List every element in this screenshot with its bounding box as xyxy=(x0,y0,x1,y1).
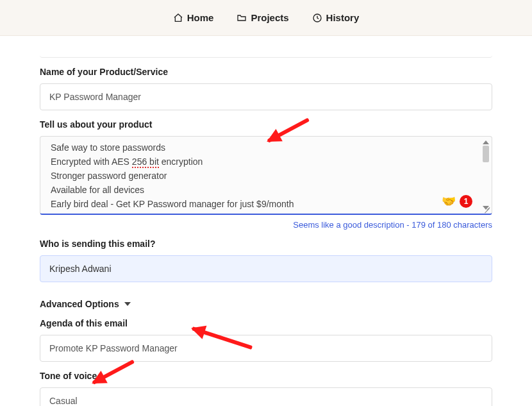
nav-projects[interactable]: Projects xyxy=(237,12,288,23)
nav-home-label: Home xyxy=(187,12,214,23)
label-about: Tell us about your product xyxy=(40,119,492,130)
about-line: Safe way to store passwords xyxy=(51,140,481,155)
nav-history-label: History xyxy=(326,12,360,23)
folder-icon xyxy=(237,13,247,23)
nav-home[interactable]: Home xyxy=(173,12,214,23)
handshake-icon: 🤝 xyxy=(442,194,456,208)
about-line: Stronger password generator xyxy=(51,169,481,183)
scroll-thumb[interactable] xyxy=(483,146,489,162)
agenda-value: Promote KP Password Manager xyxy=(49,343,178,353)
nav-history[interactable]: History xyxy=(312,12,360,23)
agenda-input[interactable]: Promote KP Password Manager xyxy=(40,335,492,362)
label-agenda: Agenda of this email xyxy=(40,318,492,328)
tone-value: Casual xyxy=(49,396,78,406)
resize-handle-icon[interactable] xyxy=(483,205,490,212)
product-name-input[interactable]: KP Password Manager xyxy=(40,83,492,110)
label-sender: Who is sending this email? xyxy=(40,239,492,249)
error-count-badge: 1 xyxy=(460,195,472,208)
advanced-label: Advanced Options xyxy=(40,299,119,309)
home-icon xyxy=(173,13,183,23)
clock-icon xyxy=(312,13,322,23)
spellcheck-underline: 256 bit xyxy=(132,156,159,168)
prev-section-bottom xyxy=(40,49,492,58)
about-content: Safe way to store passwords Encrypted wi… xyxy=(40,140,492,211)
nav-projects-label: Projects xyxy=(251,12,288,23)
about-textarea[interactable]: Safe way to store passwords Encrypted wi… xyxy=(40,136,492,215)
about-line: Available for all devices xyxy=(51,183,481,197)
about-line: Early bird deal - Get KP Password manage… xyxy=(51,197,481,211)
textarea-scrollbar[interactable] xyxy=(481,140,490,210)
form-body: Name of your Product/Service KP Password… xyxy=(0,36,532,406)
chevron-down-icon xyxy=(124,302,131,306)
sender-value: Kripesh Adwani xyxy=(49,264,112,274)
label-product-name: Name of your Product/Service xyxy=(40,67,492,77)
about-line: Encrypted with AES 256 bit encryption xyxy=(51,155,481,169)
advanced-options-toggle[interactable]: Advanced Options xyxy=(40,299,492,309)
tone-input[interactable]: Casual xyxy=(40,387,492,406)
top-nav: Home Projects History xyxy=(0,0,532,36)
label-tone: Tone of voice xyxy=(40,371,492,381)
sender-input[interactable]: Kripesh Adwani xyxy=(40,255,492,282)
scroll-up-icon[interactable] xyxy=(483,140,489,144)
char-counter: Seems like a good description - 179 of 1… xyxy=(40,220,492,230)
grammar-badge[interactable]: 🤝 1 xyxy=(442,194,472,208)
product-name-value: KP Password Manager xyxy=(49,92,141,102)
